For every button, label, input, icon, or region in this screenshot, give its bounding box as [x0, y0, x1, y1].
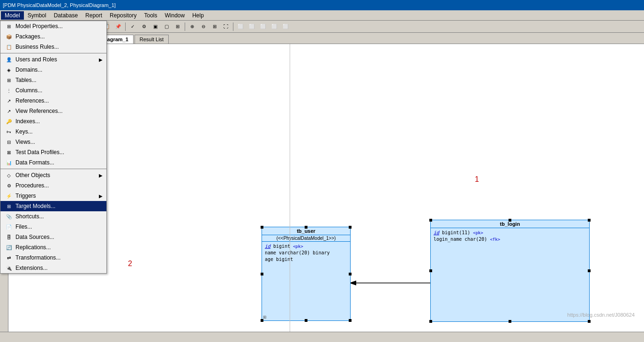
menu-extensions-label: Extensions...: [15, 265, 103, 271]
menu-model-properties-label: Model Properties...: [15, 23, 103, 30]
viw-icon: ⊟: [4, 138, 14, 146]
users-roles-arrow: ▶: [99, 57, 103, 62]
trg-icon: ⚡: [4, 192, 14, 200]
menu-target-models-label: Target Models...: [15, 203, 103, 209]
menu-packages-label: Packages...: [15, 33, 103, 40]
tbl-icon: ⊞: [4, 76, 14, 84]
menu-data-sources[interactable]: 🗄 Data Sources...: [0, 232, 106, 242]
menu-test-data-profiles[interactable]: ⊠ Test Data Profiles...: [0, 147, 106, 157]
menu-views-label: Views...: [15, 139, 103, 145]
menu-users-roles[interactable]: 👤 Users and Roles ▶: [0, 54, 106, 65]
menu-target-models[interactable]: ⊞ Target Models...: [0, 201, 106, 211]
menu-data-formats-label: Data Formats...: [15, 159, 103, 166]
menu-columns[interactable]: ⋮ Columns...: [0, 85, 106, 96]
menu-indexes-label: Indexes...: [15, 118, 103, 125]
menu-shortcuts[interactable]: 📎 Shortcuts...: [0, 211, 106, 222]
pkg-icon: 📦: [4, 33, 14, 40]
menu-tables[interactable]: ⊞ Tables...: [0, 75, 106, 85]
tmod-icon: ⊞: [4, 202, 14, 210]
key-icon: 🗝: [4, 128, 14, 135]
sep-after-biz: [0, 53, 106, 53]
menu-model-properties[interactable]: ⊞ Model Properties...: [0, 21, 106, 31]
menu-files-label: Files...: [15, 223, 103, 230]
ext-icon: 🔌: [4, 264, 14, 272]
ds-icon: 🗄: [4, 233, 14, 241]
menu-test-data-profiles-label: Test Data Profiles...: [15, 149, 103, 156]
tdp-icon: ⊠: [4, 149, 14, 156]
menu-views[interactable]: ⊟ Views...: [0, 137, 106, 147]
proc-icon: ⚙: [4, 182, 14, 189]
menu-indexes[interactable]: 🔑 Indexes...: [0, 116, 106, 126]
biz-icon: 📋: [4, 43, 14, 51]
menu-domains[interactable]: ◈ Domains...: [0, 65, 106, 75]
other-objects-arrow: ▶: [99, 173, 103, 178]
menu-data-formats[interactable]: 📊 Data Formats...: [0, 157, 106, 168]
menu-business-rules[interactable]: 📋 Business Rules...: [0, 42, 106, 52]
col-icon: ⋮: [4, 87, 14, 94]
dom-icon: ◈: [4, 66, 14, 74]
menu-references[interactable]: ↗ References...: [0, 96, 106, 106]
oth-icon: ◇: [4, 171, 14, 179]
menu-keys[interactable]: 🗝 Keys...: [0, 126, 106, 137]
rep-icon: 🔄: [4, 244, 14, 251]
menu-transformations[interactable]: ⇄ Transformations...: [0, 253, 106, 263]
menu-procedures[interactable]: ⚙ Procedures...: [0, 180, 106, 191]
dropdown-overlay[interactable]: ⊞ Model Properties... 📦 Packages... 📋 Bu…: [0, 0, 644, 342]
fil-icon: 📄: [4, 223, 14, 230]
menu-view-references-label: View References...: [15, 108, 103, 114]
sep-after-formats: [0, 169, 106, 169]
menu-other-objects-label: Other Objects: [15, 172, 99, 178]
sc-icon: 📎: [4, 213, 14, 220]
menu-replications-label: Replications...: [15, 244, 103, 251]
menu-shortcuts-label: Shortcuts...: [15, 213, 103, 220]
menu-triggers[interactable]: ⚡ Triggers ▶: [0, 191, 106, 201]
menu-keys-label: Keys...: [15, 128, 103, 135]
menu-business-rules-label: Business Rules...: [15, 44, 103, 50]
menu-domains-label: Domains...: [15, 67, 103, 73]
menu-extensions[interactable]: 🔌 Extensions...: [0, 263, 106, 273]
menu-users-roles-label: Users and Roles: [15, 56, 99, 63]
props-icon: ⊞: [4, 22, 14, 30]
usr-icon: 👤: [4, 56, 14, 63]
menu-files[interactable]: 📄 Files...: [0, 222, 106, 232]
menu-view-references[interactable]: ↗ View References...: [0, 106, 106, 116]
ref-icon: ↗: [4, 97, 14, 104]
menu-transformations-label: Transformations...: [15, 254, 103, 261]
menu-references-label: References...: [15, 97, 103, 104]
dfmt-icon: 📊: [4, 159, 14, 166]
model-dropdown-menu: ⊞ Model Properties... 📦 Packages... 📋 Bu…: [0, 21, 107, 274]
menu-replications[interactable]: 🔄 Replications...: [0, 242, 106, 253]
menu-data-sources-label: Data Sources...: [15, 234, 103, 240]
menu-other-objects[interactable]: ◇ Other Objects ▶: [0, 170, 106, 180]
menu-triggers-label: Triggers: [15, 193, 99, 199]
menu-tables-label: Tables...: [15, 77, 103, 83]
trans-icon: ⇄: [4, 254, 14, 261]
idx-icon: 🔑: [4, 118, 14, 125]
menu-packages[interactable]: 📦 Packages...: [0, 31, 106, 42]
menu-procedures-label: Procedures...: [15, 182, 103, 189]
triggers-arrow: ▶: [99, 193, 103, 199]
vref-icon: ↗: [4, 107, 14, 115]
menu-columns-label: Columns...: [15, 87, 103, 94]
